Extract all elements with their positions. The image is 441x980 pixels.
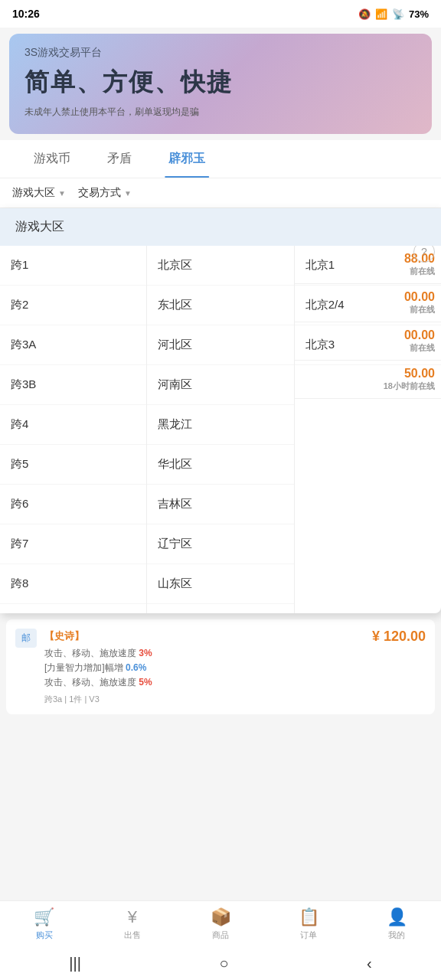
- nav-goods[interactable]: 📦 商品: [176, 901, 264, 946]
- nav-mine-label: 我的: [388, 929, 405, 941]
- nav-buy-label: 购买: [36, 929, 53, 941]
- status-time: 10:26: [12, 8, 40, 20]
- signal-icon: 📡: [392, 8, 404, 20]
- list-item[interactable]: 辽宁区: [147, 524, 293, 564]
- filter-game-zone-arrow: ▼: [58, 189, 66, 198]
- back-gesture: |||: [69, 955, 81, 972]
- filter-game-zone-label: 游戏大区: [12, 186, 55, 200]
- hero-platform: 3S游戏交易平台: [24, 46, 416, 60]
- battery-text: 73%: [409, 8, 429, 20]
- product-attrs: 攻击、移动、施放速度 3% [力量智力增加]幅增 0.6% 攻击、移动、施放速度…: [44, 646, 364, 691]
- attr-line-3: 攻击、移动、施放速度 5%: [44, 675, 364, 690]
- list-item[interactable]: 山东区: [147, 564, 293, 604]
- status-3: 前在线: [301, 342, 435, 354]
- list-item[interactable]: 跨5: [0, 445, 146, 485]
- list-item[interactable]: 东北区: [147, 286, 293, 325]
- dropdown-col-3[interactable]: 北京1 北京2/4 北京3 88.00 前在线 00.00 前在线 00.00 …: [295, 246, 441, 613]
- list-item[interactable]: 跨1: [0, 246, 146, 286]
- dropdown-columns: 跨1 跨2 跨3A 跨3B 跨4 跨5 跨6 跨7 跨8 北京区 东北区 河北区…: [0, 246, 441, 613]
- dropdown-col-1[interactable]: 跨1 跨2 跨3A 跨3B 跨4 跨5 跨6 跨7 跨8: [0, 246, 147, 613]
- nav-buy[interactable]: 🛒 购买: [0, 901, 88, 946]
- tab-shield[interactable]: 矛盾: [89, 140, 150, 178]
- sell-icon: ¥: [128, 907, 137, 927]
- bottom-nav: 🛒 购买 ¥ 出售 📦 商品 📋 订单 👤 我的: [0, 900, 441, 946]
- list-item[interactable]: 跨4: [0, 405, 146, 445]
- goods-icon: 📦: [211, 907, 231, 927]
- list-item[interactable]: 跨6: [0, 485, 146, 524]
- mine-icon: 👤: [387, 907, 407, 927]
- list-item[interactable]: 跨8: [0, 564, 146, 604]
- filter-trade-method-arrow: ▼: [124, 189, 132, 198]
- list-item[interactable]: 华北区: [147, 445, 293, 485]
- nav-goods-label: 商品: [212, 929, 229, 941]
- hero-banner: 3S游戏交易平台 简单、方便、快捷 未成年人禁止使用本平台，刷单返现均是骗: [9, 34, 432, 134]
- product-price-col: ¥ 120.00: [372, 629, 426, 705]
- list-item[interactable]: 吉林区: [147, 485, 293, 524]
- product-epic: 【史诗】: [44, 630, 84, 642]
- dropdown-header: 游戏大区: [0, 208, 441, 246]
- list-item[interactable]: 北京区: [147, 246, 293, 286]
- product-info: 【史诗】 攻击、移动、施放速度 3% [力量智力增加]幅增 0.6% 攻击、移动…: [44, 629, 364, 705]
- dropdown-panel: 游戏大区 跨1 跨2 跨3A 跨3B 跨4 跨5 跨6 跨7 跨8 北京区 东北…: [0, 208, 441, 613]
- price-2: 00.00: [404, 290, 435, 303]
- filter-trade-method-label: 交易方式: [78, 186, 121, 200]
- price-4: 50.00: [404, 367, 435, 380]
- recent-gesture: ‹: [367, 955, 372, 972]
- order-icon: 📋: [299, 907, 319, 927]
- nav-order-label: 订单: [300, 929, 317, 941]
- nav-sell-label: 出售: [124, 929, 141, 941]
- nav-order[interactable]: 📋 订单: [265, 901, 353, 946]
- home-gesture: ○: [219, 955, 228, 972]
- hero-subtitle: 未成年人禁止使用本平台，刷单返现均是骗: [24, 106, 416, 119]
- list-item[interactable]: 河南区: [147, 365, 293, 405]
- product-price: ¥ 120.00: [372, 629, 426, 645]
- wifi-icon: 📶: [375, 8, 387, 20]
- status-4: 18小时前在线: [301, 381, 435, 392]
- buy-icon: 🛒: [34, 907, 54, 927]
- product-badge: 邮: [15, 629, 37, 648]
- status-1: 前在线: [301, 266, 435, 277]
- tab-jade[interactable]: 辟邪玉: [150, 140, 224, 178]
- filter-row: 游戏大区 ▼ 交易方式 ▼: [0, 178, 441, 208]
- list-item[interactable]: 河北区: [147, 325, 293, 365]
- attr-line-2: [力量智力增加]幅增 0.6%: [44, 661, 364, 675]
- product-card: 邮 【史诗】 攻击、移动、施放速度 3% [力量智力增加]幅增 0.6% 攻击、…: [6, 619, 435, 714]
- notification-icon: 🔕: [358, 8, 371, 20]
- product-tags: 跨3a | 1件 | V3: [44, 694, 364, 705]
- tab-coins[interactable]: 游戏币: [15, 140, 89, 178]
- attr-line-1: 攻击、移动、施放速度 3%: [44, 646, 364, 661]
- nav-sell[interactable]: ¥ 出售: [88, 901, 176, 946]
- status-bar: 10:26 🔕 📶 📡 73%: [0, 0, 441, 28]
- hero-title: 简单、方便、快捷: [24, 66, 416, 100]
- list-item[interactable]: 跨3B: [0, 365, 146, 405]
- gesture-bar: ||| ○ ‹: [0, 946, 441, 980]
- dropdown-col-2[interactable]: 北京区 东北区 河北区 河南区 黑龙江 华北区 吉林区 辽宁区 山东区: [147, 246, 294, 613]
- list-item[interactable]: 跨7: [0, 524, 146, 564]
- products-area: 邮 【史诗】 攻击、移动、施放速度 3% [力量智力增加]幅增 0.6% 攻击、…: [0, 613, 441, 727]
- list-item[interactable]: 跨3A: [0, 325, 146, 365]
- tabs-container: 游戏币 矛盾 辟邪玉: [0, 140, 441, 178]
- status-2: 前在线: [301, 304, 435, 315]
- price-3: 00.00: [404, 328, 435, 341]
- status-icons: 🔕 📶 📡 73%: [358, 8, 429, 20]
- filter-game-zone[interactable]: 游戏大区 ▼: [12, 186, 66, 200]
- list-item[interactable]: 跨2: [0, 286, 146, 325]
- filter-trade-method[interactable]: 交易方式 ▼: [78, 186, 132, 200]
- list-item[interactable]: 黑龙江: [147, 405, 293, 445]
- nav-mine[interactable]: 👤 我的: [353, 901, 441, 946]
